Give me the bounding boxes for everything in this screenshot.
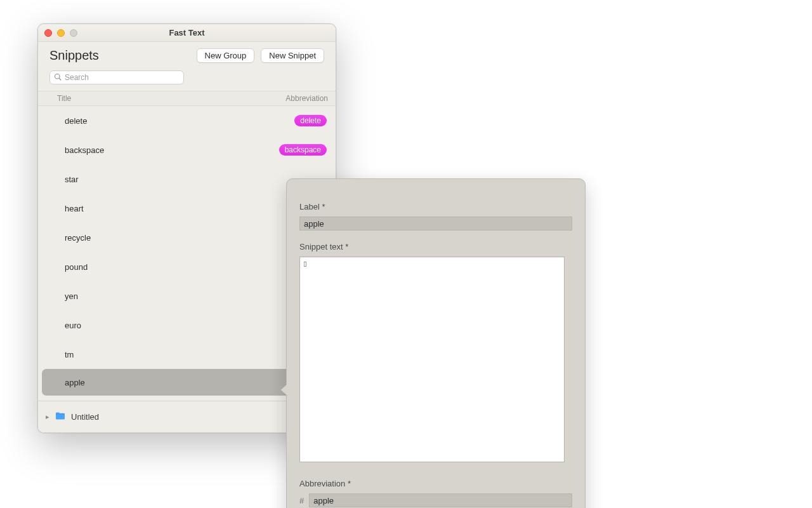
list-header-title: Title bbox=[57, 94, 71, 103]
snippet-title: delete bbox=[65, 116, 87, 126]
abbreviation-row: # bbox=[299, 493, 573, 507]
footer-group-name[interactable]: Untitled bbox=[71, 412, 99, 422]
snippet-title: heart bbox=[65, 204, 84, 213]
snippet-text-scroll bbox=[299, 257, 572, 465]
svg-point-0 bbox=[55, 74, 60, 79]
snippet-title: backspace bbox=[65, 145, 104, 155]
snippet-title: tm bbox=[65, 350, 74, 359]
label-field-label: Label * bbox=[299, 202, 572, 211]
snippet-title: euro bbox=[65, 321, 81, 330]
toolbar-buttons: New Group New Snippet bbox=[197, 48, 324, 63]
new-group-button[interactable]: New Group bbox=[197, 48, 255, 63]
abbreviation-label: Abbreviation * bbox=[299, 479, 572, 488]
snippet-edit-panel: Label * Snippet text * Abbreviation * # bbox=[286, 178, 586, 508]
svg-line-1 bbox=[59, 78, 61, 80]
snippet-abbr-pill: delete bbox=[294, 115, 327, 126]
chevron-right-icon[interactable]: ▸ bbox=[46, 413, 49, 421]
hash-prefix: # bbox=[299, 496, 304, 505]
new-snippet-button[interactable]: New Snippet bbox=[261, 48, 324, 63]
snippet-text-label: Snippet text * bbox=[299, 242, 572, 251]
search-input[interactable] bbox=[65, 73, 180, 82]
traffic-lights bbox=[44, 29, 77, 37]
label-input[interactable] bbox=[299, 217, 572, 231]
window-title: Fast Text bbox=[38, 28, 336, 37]
snippet-title: star bbox=[65, 175, 79, 184]
list-header-abbr: Abbreviation bbox=[285, 94, 328, 103]
snippet-row[interactable]: delete delete bbox=[38, 106, 336, 135]
search-box[interactable] bbox=[49, 70, 184, 84]
snippet-abbr-pill: backspace bbox=[279, 144, 327, 156]
search-icon bbox=[54, 72, 62, 83]
zoom-window-button[interactable] bbox=[70, 29, 77, 37]
close-window-button[interactable] bbox=[44, 29, 52, 37]
snippet-title: recycle bbox=[65, 233, 91, 243]
snippet-title: yen bbox=[65, 291, 78, 301]
folder-icon bbox=[55, 411, 66, 422]
page-title: Snippets bbox=[49, 48, 99, 63]
minimize-window-button[interactable] bbox=[57, 29, 65, 37]
titlebar: Fast Text bbox=[38, 24, 336, 42]
snippet-title: pound bbox=[65, 262, 88, 272]
abbreviation-row-wrap: # bbox=[299, 493, 573, 507]
popover-pointer bbox=[281, 385, 287, 395]
toolbar: Snippets New Group New Snippet bbox=[38, 42, 336, 68]
snippet-title: apple bbox=[65, 378, 85, 387]
abbreviation-input[interactable] bbox=[309, 493, 572, 507]
snippet-text-textarea[interactable] bbox=[299, 257, 565, 462]
search-row bbox=[38, 68, 336, 91]
snippet-row[interactable]: backspace backspace bbox=[38, 135, 336, 164]
list-header: Title Abbreviation bbox=[38, 91, 336, 106]
